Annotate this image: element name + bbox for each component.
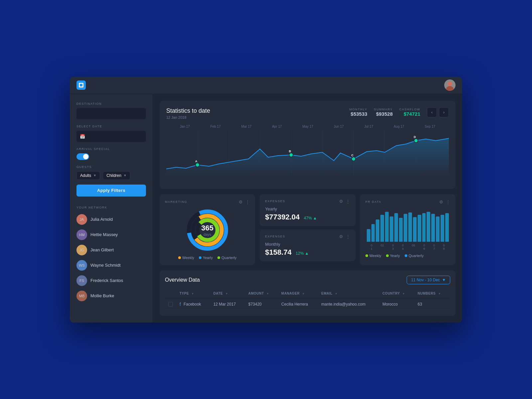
overview-table: TYPE ▼ DATE ▼ AMOUNT ▼ MANAGER ▼ EMAIL ▼… bbox=[165, 289, 450, 311]
yearly-expense-title: EXPENSES bbox=[265, 200, 285, 203]
destination-input[interactable] bbox=[76, 108, 146, 119]
cashflow-label: CASHFLOW bbox=[399, 108, 420, 111]
bar-chart bbox=[365, 208, 450, 242]
bar-item bbox=[385, 212, 389, 242]
date-label: SELECT DATE bbox=[76, 125, 146, 128]
network-item[interactable]: MB Mollie Burke bbox=[76, 288, 146, 304]
col-email[interactable]: EMAIL ▼ bbox=[318, 289, 379, 298]
bar-item bbox=[376, 219, 379, 241]
network-avatar: JA bbox=[76, 214, 87, 225]
guests-label: GUESTS bbox=[76, 165, 146, 169]
monthly-settings-icon[interactable]: ⚙ bbox=[339, 234, 343, 239]
app-window: DESTINATION SELECT DATE 📅 ARRIVAL SPECIA… bbox=[70, 77, 462, 323]
stats-title-group: Statistics to date 12 Jan 2018 bbox=[166, 107, 210, 119]
overview-title: Overview Data bbox=[165, 277, 200, 283]
col-date[interactable]: DATE ▼ bbox=[210, 289, 245, 298]
pr-yearly: Yearly bbox=[386, 254, 400, 258]
svg-text:D: D bbox=[414, 135, 416, 138]
bar-item bbox=[422, 213, 426, 241]
col-country[interactable]: COUNTRY ▼ bbox=[379, 289, 414, 298]
network-item[interactable]: HM Hettie Massey bbox=[76, 227, 146, 242]
yearly-settings-icon[interactable]: ⚙ bbox=[339, 199, 343, 204]
row-type: fFacebook bbox=[176, 298, 210, 310]
bar-item bbox=[413, 217, 417, 242]
svg-text:A: A bbox=[195, 159, 198, 163]
guests-row: Adults ▼ Children ▼ bbox=[76, 171, 146, 180]
svg-point-0 bbox=[448, 81, 452, 86]
bar-item bbox=[427, 212, 430, 242]
marketing-more-icon[interactable]: ⋮ bbox=[245, 200, 250, 204]
monthly-more-icon[interactable]: ⋮ bbox=[346, 234, 350, 239]
monthly-metric: MONTHLY $53533 bbox=[349, 108, 367, 117]
bar-item bbox=[445, 213, 449, 241]
network-avatar: WS bbox=[76, 260, 87, 271]
row-numbers: 63 bbox=[414, 298, 450, 310]
summary-metric: SUMMARY $93528 bbox=[374, 108, 393, 117]
monthly-amount-row: $158.74 12% ▲ bbox=[265, 248, 350, 257]
next-button[interactable]: › bbox=[439, 107, 449, 117]
logo[interactable] bbox=[76, 80, 86, 90]
network-name: Julia Arnold bbox=[90, 217, 113, 222]
table-header-row: TYPE ▼ DATE ▼ AMOUNT ▼ MANAGER ▼ EMAIL ▼… bbox=[165, 289, 450, 298]
apply-filters-button[interactable]: Apply Filters bbox=[76, 185, 146, 197]
statistics-card: Statistics to date 12 Jan 2018 MONTHLY $… bbox=[160, 101, 456, 189]
network-item[interactable]: JG Jean Gilbert bbox=[76, 242, 146, 258]
date-wrapper: 📅 bbox=[76, 131, 146, 142]
pr-title: PR DATA bbox=[365, 200, 381, 203]
checkbox[interactable] bbox=[168, 302, 173, 307]
prev-button[interactable]: ‹ bbox=[427, 107, 437, 117]
network-name: Frederick Santos bbox=[90, 278, 123, 283]
donut-center: 365 days bbox=[201, 224, 213, 236]
pr-data-widget: PR DATA ⚙ ⋮ 01 02 03 04 05 06 bbox=[360, 194, 456, 265]
stats-header: Statistics to date 12 Jan 2018 MONTHLY $… bbox=[166, 107, 449, 119]
bottom-grid: MARKETING ⚙ ⋮ bbox=[160, 194, 456, 265]
network-item[interactable]: JA Julia Arnold bbox=[76, 212, 146, 227]
chart-labels-row: Jan 17 Feb 17 Mar 17 Apr 17 May 17 Jun 1… bbox=[166, 125, 449, 128]
col-type[interactable]: TYPE ▼ bbox=[176, 289, 210, 298]
adults-select[interactable]: Adults ▼ bbox=[76, 171, 100, 180]
svg-point-16 bbox=[414, 139, 418, 143]
network-avatar: JG bbox=[76, 245, 87, 255]
network-avatar: FS bbox=[76, 275, 87, 286]
pr-more-icon[interactable]: ⋮ bbox=[446, 200, 450, 204]
bar-item bbox=[380, 215, 384, 242]
col-numbers[interactable]: NUMBERS ▼ bbox=[414, 289, 450, 298]
children-select[interactable]: Children ▼ bbox=[103, 171, 130, 180]
bar-labels: 01 02 03 04 05 06 07 08 bbox=[365, 244, 450, 250]
user-avatar[interactable] bbox=[444, 79, 456, 91]
marketing-actions: ⚙ ⋮ bbox=[239, 200, 250, 204]
chart-label-jun: Jun 17 bbox=[334, 125, 344, 128]
stats-metrics-group: MONTHLY $53533 SUMMARY $93528 CASHFLOW $… bbox=[349, 107, 449, 117]
monthly-expense-actions: ⚙ ⋮ bbox=[339, 234, 350, 239]
table-row: fFacebook 12 Mar 2017 $73420 Cecilia Her… bbox=[165, 298, 450, 310]
marketing-settings-icon[interactable]: ⚙ bbox=[239, 200, 243, 204]
network-item[interactable]: FS Frederick Santos bbox=[76, 273, 146, 288]
yearly-more-icon[interactable]: ⋮ bbox=[346, 199, 350, 204]
col-manager[interactable]: MANAGER ▼ bbox=[278, 289, 318, 298]
pr-header: PR DATA ⚙ ⋮ bbox=[365, 200, 450, 204]
arrival-toggle[interactable] bbox=[76, 153, 89, 160]
legend-weekly: Weekly bbox=[178, 256, 194, 260]
monthly-expense-header: EXPENSES ⚙ ⋮ bbox=[265, 234, 350, 239]
svg-point-10 bbox=[196, 163, 200, 167]
bar-item bbox=[418, 215, 421, 242]
destination-label: DESTINATION bbox=[76, 102, 146, 105]
date-range-button[interactable]: 11 Nov - 10 Dec ▼ bbox=[407, 276, 450, 284]
stats-title: Statistics to date bbox=[166, 107, 210, 114]
col-amount[interactable]: AMOUNT ▼ bbox=[245, 289, 278, 298]
yearly-dot bbox=[199, 256, 201, 259]
pr-quarterly-dot bbox=[405, 254, 407, 257]
network-item[interactable]: WS Wayne Schmidt bbox=[76, 258, 146, 273]
stats-date: 12 Jan 2018 bbox=[166, 115, 210, 119]
network-avatar: MB bbox=[76, 291, 87, 301]
children-chevron-icon: ▼ bbox=[123, 174, 127, 177]
monthly-label: MONTHLY bbox=[349, 108, 367, 111]
pr-weekly: Weekly bbox=[365, 254, 381, 258]
monthly-expense-card: EXPENSES ⚙ ⋮ Monthly $158.74 12% ▲ bbox=[260, 229, 355, 261]
chart-label-sep: Sep 17 bbox=[425, 125, 435, 128]
yearly-amount-row: $77392.04 47% ▲ bbox=[265, 213, 350, 221]
date-input[interactable] bbox=[76, 131, 146, 142]
checkbox-col bbox=[165, 289, 176, 298]
pr-settings-icon[interactable]: ⚙ bbox=[439, 200, 443, 204]
yearly-expense-header: EXPENSES ⚙ ⋮ bbox=[265, 199, 350, 204]
